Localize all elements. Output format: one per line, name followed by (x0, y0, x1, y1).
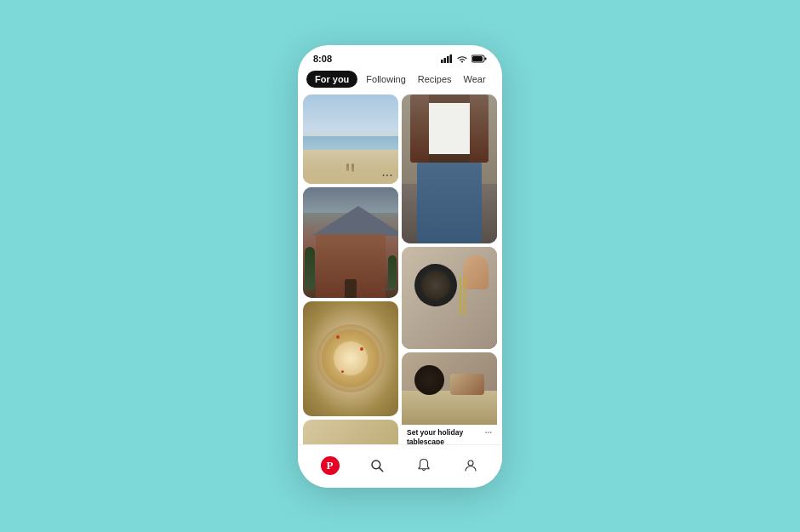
svg-point-4 (461, 60, 463, 62)
promo-info: Set your holiday tablescape ··· Promoted… (402, 425, 497, 444)
content-area: ··· (298, 94, 502, 444)
tab-following[interactable]: Following (363, 71, 409, 88)
bottom-nav: P (298, 444, 502, 488)
pin-tablescape[interactable] (402, 247, 497, 349)
svg-point-10 (468, 460, 473, 466)
pin-fashion[interactable]: ··· (402, 94, 497, 243)
pin-dots-beach[interactable]: ··· (382, 170, 393, 180)
pin-bottom-1[interactable] (303, 420, 398, 444)
tab-recipes[interactable]: Recipes (414, 71, 455, 88)
svg-rect-2 (447, 56, 449, 63)
pin-beach[interactable]: ··· (303, 94, 398, 184)
status-icons (441, 54, 487, 63)
phone-frame: 8:08 For you (298, 45, 502, 488)
svg-rect-7 (472, 56, 483, 61)
nav-notifications[interactable] (410, 452, 437, 479)
svg-rect-6 (485, 57, 487, 60)
tab-wear[interactable]: Wear (460, 71, 489, 88)
pin-dots-house[interactable]: ··· (382, 284, 393, 295)
column-2: ··· (402, 94, 497, 444)
pin-pie[interactable] (303, 301, 398, 416)
masonry-grid: ··· (298, 94, 502, 444)
bottom-image-1 (303, 420, 398, 444)
signal-icon (441, 54, 453, 63)
svg-rect-0 (441, 60, 443, 63)
house-image (303, 187, 398, 298)
pin-house[interactable]: ··· (303, 187, 398, 298)
svg-rect-3 (450, 54, 453, 63)
pinterest-logo[interactable]: P (321, 456, 340, 475)
search-icon (369, 458, 385, 473)
svg-rect-1 (444, 58, 447, 63)
status-time: 8:08 (313, 54, 332, 64)
nav-tabs[interactable]: For you Following Recipes Wear (298, 67, 502, 94)
status-bar: 8:08 (298, 45, 502, 67)
pie-image (303, 301, 398, 416)
svg-line-9 (379, 467, 382, 471)
fashion-image (402, 94, 497, 243)
profile-icon (463, 458, 478, 473)
column-1: ··· (303, 94, 398, 444)
bell-icon (416, 458, 431, 473)
nav-profile[interactable] (457, 452, 484, 479)
nav-search[interactable] (363, 452, 391, 479)
tablescape-image (402, 247, 497, 349)
promo-title: Set your holiday tablescape (407, 428, 482, 444)
promo-image (402, 352, 497, 425)
nav-home[interactable]: P (317, 452, 344, 479)
battery-icon (471, 54, 487, 63)
pin-dots-fashion[interactable]: ··· (481, 230, 492, 240)
wifi-icon (456, 54, 468, 63)
pin-promo[interactable]: Set your holiday tablescape ··· Promoted… (402, 352, 497, 444)
tab-for-you[interactable]: For you (306, 71, 357, 88)
